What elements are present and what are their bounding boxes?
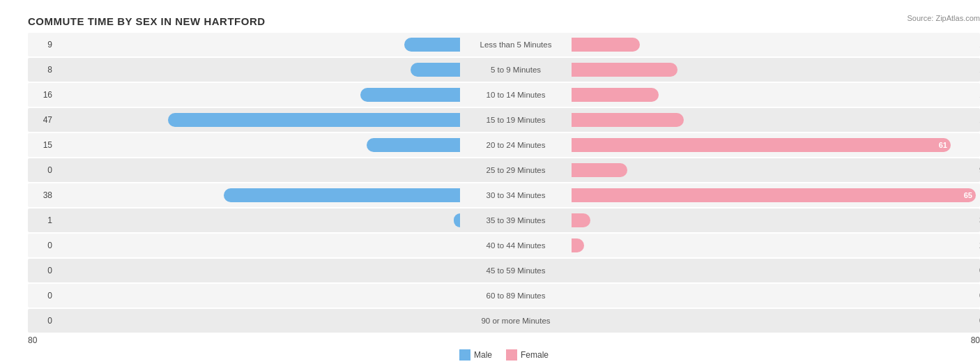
female-bar-area	[572, 238, 976, 253]
table-row: 1520 to 24 Minutes61	[28, 133, 980, 157]
row-label: 15 to 19 Minutes	[460, 116, 572, 124]
legend-male-color	[459, 349, 470, 361]
table-row: 135 to 39 Minutes3	[28, 208, 980, 232]
table-row: 025 to 29 Minutes9	[28, 158, 980, 182]
male-value: 0	[28, 165, 56, 175]
male-bar-area	[56, 37, 460, 52]
female-value: 18	[976, 115, 980, 125]
female-value: 0	[976, 291, 980, 301]
male-bar-area	[56, 162, 460, 178]
male-value: 15	[28, 140, 56, 150]
axis-labels: 80 80	[28, 335, 980, 345]
female-bar	[572, 213, 590, 227]
male-bar-area	[56, 263, 460, 278]
male-value: 0	[28, 241, 56, 250]
row-label: 60 to 89 Minutes	[460, 291, 572, 300]
female-value: 9	[976, 165, 980, 175]
row-label: 45 to 59 Minutes	[460, 266, 572, 275]
male-bar-area	[56, 288, 460, 303]
legend-female: Female	[506, 349, 549, 361]
row-label: 40 to 44 Minutes	[460, 241, 572, 250]
female-bar	[572, 38, 640, 52]
chart-area: 9Less than 5 Minutes1185 to 9 Minutes171…	[28, 33, 980, 333]
female-bar	[572, 163, 627, 177]
female-bar	[572, 113, 684, 127]
female-bar-area	[572, 162, 976, 178]
female-bar-area	[572, 87, 976, 103]
female-value: 14	[976, 90, 980, 100]
male-value: 16	[28, 90, 56, 100]
female-bar-area	[572, 112, 976, 128]
male-bar	[360, 88, 460, 102]
female-bar-area	[572, 62, 976, 77]
female-value: 3	[976, 215, 980, 225]
female-bar	[572, 88, 659, 102]
male-bar	[411, 63, 460, 77]
female-bar-area	[572, 37, 976, 52]
legend-female-color	[506, 349, 517, 361]
legend-male-label: Male	[474, 350, 492, 360]
female-bar-area: 65	[572, 188, 976, 203]
male-bar-area	[56, 313, 460, 328]
table-row: 045 to 59 Minutes0	[28, 259, 980, 282]
legend-male: Male	[459, 349, 492, 361]
table-row: 9Less than 5 Minutes11	[28, 33, 980, 56]
male-bar-area	[56, 238, 460, 253]
male-value: 0	[28, 266, 56, 275]
male-value: 9	[28, 40, 56, 50]
chart-title: COMMUTE TIME BY SEX IN NEW HARTFORD	[28, 15, 980, 27]
legend-female-label: Female	[521, 350, 549, 360]
source-label: Source: ZipAtlas.com	[907, 14, 980, 22]
table-row: 1610 to 14 Minutes14	[28, 83, 980, 107]
row-label: 35 to 39 Minutes	[460, 216, 572, 225]
female-bar	[572, 63, 677, 77]
row-label: 20 to 24 Minutes	[460, 141, 572, 149]
row-label: 90 or more Minutes	[460, 317, 572, 325]
female-bar: 65	[572, 188, 976, 202]
female-bar-area: 61	[572, 137, 976, 153]
axis-left: 80	[28, 335, 37, 345]
row-label: 5 to 9 Minutes	[460, 66, 572, 74]
table-row: 090 or more Minutes0	[28, 309, 980, 333]
female-value: 17	[976, 65, 980, 75]
female-bar-area	[572, 213, 976, 228]
female-bar-area	[572, 288, 976, 303]
female-bar-area	[572, 263, 976, 278]
female-value: 0	[976, 316, 980, 326]
legend: Male Female	[28, 349, 980, 361]
table-row: 3830 to 34 Minutes65	[28, 183, 980, 207]
male-bar	[404, 38, 460, 52]
male-value: 38	[28, 190, 56, 200]
row-label: Less than 5 Minutes	[460, 40, 572, 49]
male-bar	[454, 213, 460, 227]
male-bar	[224, 188, 460, 202]
male-bar-area	[56, 188, 460, 203]
male-bar-area	[56, 112, 460, 128]
male-bar	[367, 138, 460, 152]
male-bar-area	[56, 62, 460, 77]
female-value: 2	[976, 241, 980, 250]
female-value: 0	[976, 266, 980, 275]
male-bar	[168, 113, 460, 127]
male-bar-area	[56, 87, 460, 103]
table-row: 040 to 44 Minutes2	[28, 234, 980, 257]
male-value: 8	[28, 65, 56, 75]
row-label: 30 to 34 Minutes	[460, 191, 572, 199]
male-value: 0	[28, 316, 56, 326]
female-bar	[572, 238, 584, 252]
table-row: 85 to 9 Minutes17	[28, 58, 980, 82]
row-label: 25 to 29 Minutes	[460, 166, 572, 174]
table-row: 060 to 89 Minutes0	[28, 284, 980, 308]
male-bar-area	[56, 137, 460, 153]
male-value: 47	[28, 115, 56, 125]
male-value: 0	[28, 291, 56, 301]
axis-right: 80	[971, 335, 980, 345]
female-value: 11	[976, 40, 980, 50]
table-row: 4715 to 19 Minutes18	[28, 108, 980, 132]
female-bar: 61	[572, 138, 951, 152]
male-bar-area	[56, 213, 460, 228]
row-label: 10 to 14 Minutes	[460, 91, 572, 99]
female-bar-area	[572, 313, 976, 328]
male-value: 1	[28, 215, 56, 225]
